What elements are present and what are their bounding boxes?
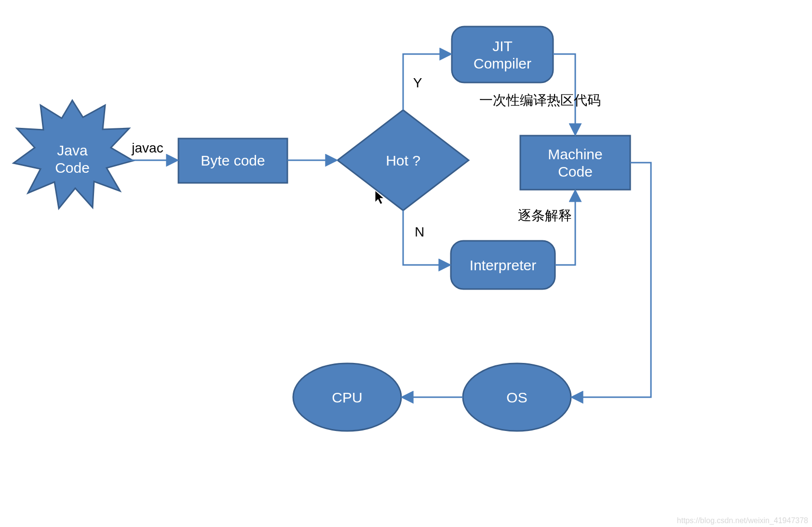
label-compile-hot: 一次性编译热区代码 (479, 93, 601, 108)
node-interpreter: Interpreter (451, 241, 555, 289)
node-machine-code: Machine Code (520, 136, 630, 190)
java-code-label-2: Code (55, 160, 90, 176)
os-label: OS (506, 389, 527, 405)
jit-label-1: JIT (492, 38, 513, 54)
svg-rect-1 (452, 27, 553, 83)
node-byte-code: Byte code (178, 139, 287, 183)
arrow-interpreter-to-machine (555, 192, 575, 265)
byte-code-label: Byte code (201, 153, 265, 168)
java-code-label-1: Java (57, 142, 88, 158)
node-cpu: CPU (293, 363, 401, 431)
label-y: Y (413, 75, 422, 90)
node-java-code: Java Code (14, 100, 133, 208)
hot-label: Hot ? (386, 153, 420, 168)
label-n: N (415, 224, 424, 239)
node-os: OS (463, 363, 571, 431)
jit-label-2: Compiler (474, 55, 531, 71)
watermark-text: https://blog.csdn.net/weixin_41947378 (677, 516, 808, 525)
interpreter-label: Interpreter (470, 257, 536, 273)
machine-code-label-1: Machine (548, 146, 602, 162)
arrow-hot-to-jit (403, 54, 450, 110)
label-javac: javac (131, 140, 163, 155)
node-hot-decision: Hot ? (338, 110, 469, 210)
svg-rect-3 (520, 136, 630, 190)
machine-code-label-2: Code (558, 164, 593, 180)
cpu-label: CPU (332, 389, 362, 405)
node-jit-compiler: JIT Compiler (452, 27, 553, 83)
label-interpret-each: 逐条解释 (518, 208, 572, 223)
arrow-machine-to-os (573, 163, 651, 397)
arrow-hot-to-interpreter (403, 210, 449, 265)
